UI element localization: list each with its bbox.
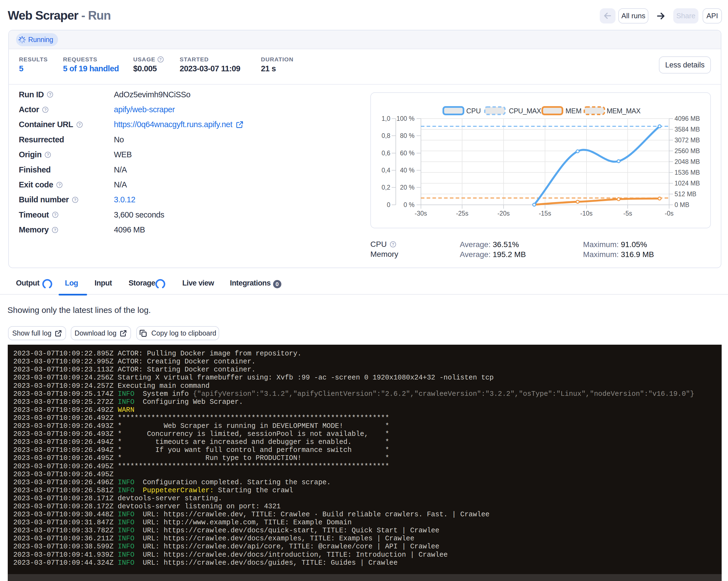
svg-text:0 MB: 0 MB bbox=[674, 201, 689, 208]
svg-text:-25s: -25s bbox=[456, 210, 468, 217]
svg-text:0,6: 0,6 bbox=[382, 150, 390, 157]
svg-text:2560 MB: 2560 MB bbox=[674, 147, 700, 155]
svg-text:CPU: CPU bbox=[466, 107, 481, 115]
svg-text:-30s: -30s bbox=[415, 210, 427, 217]
svg-text:80 %: 80 % bbox=[400, 132, 414, 139]
svg-text:0,2: 0,2 bbox=[382, 184, 390, 191]
svg-text:512 MB: 512 MB bbox=[674, 190, 696, 197]
svg-text:-20s: -20s bbox=[497, 210, 510, 217]
svg-text:0 %: 0 % bbox=[404, 201, 415, 208]
svg-text:0: 0 bbox=[387, 201, 391, 208]
svg-text:1024 MB: 1024 MB bbox=[674, 180, 700, 187]
svg-text:3584 MB: 3584 MB bbox=[674, 126, 700, 133]
svg-text:1,0: 1,0 bbox=[382, 115, 390, 122]
svg-text:1536 MB: 1536 MB bbox=[674, 169, 700, 176]
svg-text:4096 MB: 4096 MB bbox=[674, 115, 700, 122]
svg-text:-5s: -5s bbox=[623, 210, 632, 217]
svg-text:2048 MB: 2048 MB bbox=[674, 158, 700, 165]
svg-text:MEM: MEM bbox=[566, 107, 581, 115]
svg-text:-10s: -10s bbox=[580, 210, 593, 217]
svg-text:-0s: -0s bbox=[665, 210, 674, 217]
svg-text:0,8: 0,8 bbox=[382, 132, 390, 139]
svg-text:CPU_MAX: CPU_MAX bbox=[509, 107, 541, 115]
svg-text:0,4: 0,4 bbox=[382, 167, 390, 174]
svg-text:60 %: 60 % bbox=[400, 150, 414, 157]
svg-text:MEM_MAX: MEM_MAX bbox=[607, 107, 641, 115]
svg-text:3072 MB: 3072 MB bbox=[674, 136, 700, 144]
svg-text:-15s: -15s bbox=[539, 210, 551, 217]
svg-text:100 %: 100 % bbox=[396, 115, 414, 122]
svg-text:40 %: 40 % bbox=[400, 167, 414, 174]
svg-text:20 %: 20 % bbox=[400, 184, 414, 191]
